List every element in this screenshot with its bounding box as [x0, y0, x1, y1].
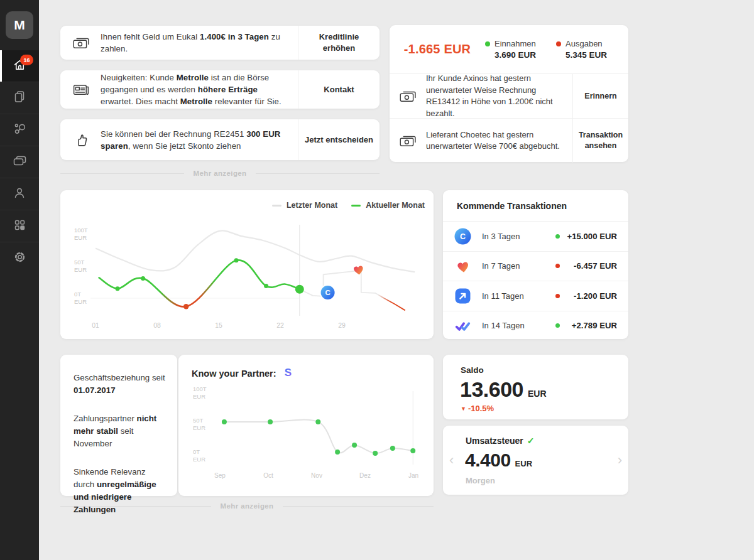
thumbs-up-icon — [72, 132, 90, 148]
newspaper-icon — [72, 83, 90, 96]
sidebar-item-settings[interactable] — [0, 242, 39, 274]
upcoming-value: +15.000 EUR — [566, 232, 617, 241]
svg-text:Sep: Sep — [214, 472, 226, 479]
decide-now-button[interactable]: Jetzt entscheiden — [298, 119, 380, 160]
cashflow-chart-card: C0108152229100TEUR50TEUR0TEUR Letzter Mo… — [60, 190, 434, 339]
chevron-right-icon[interactable]: › — [618, 453, 622, 467]
upcoming-value: -1.200 EUR — [566, 291, 617, 301]
svg-text:22: 22 — [276, 321, 284, 329]
sidebar-item-home[interactable]: 16 — [0, 50, 39, 82]
cashflow-chart: C0108152229100TEUR50TEUR0TEUR — [60, 190, 434, 339]
alert-text: Lieferant Choetec hat gestern unerwartet… — [426, 119, 572, 163]
svg-text:0T: 0T — [193, 448, 200, 455]
show-more-link[interactable]: Mehr anzeigen — [184, 170, 255, 177]
upcoming-when: In 3 Tagen — [482, 232, 520, 241]
partner-info-card: Geschäftsbeziehung seit 01.07.2017 Zahlu… — [60, 355, 177, 496]
alert-text: Ihr Kunde Axinos hat gestern unerwartete… — [426, 74, 572, 118]
svg-text:Nov: Nov — [311, 472, 322, 479]
vat-subtitle: Morgen — [466, 476, 495, 485]
svg-text:Jan: Jan — [408, 472, 418, 479]
income-stat: Einnahmen 3.690 EUR — [485, 39, 536, 60]
svg-text:08: 08 — [153, 321, 161, 329]
vat-value: 4.400EUR — [465, 450, 532, 471]
saldo-card: Saldo 13.600EUR ▼-10.5% — [443, 355, 628, 419]
notification-text: Ihnen fehlt Geld um Eukal 1.400€ in 3 Ta… — [101, 31, 290, 55]
svg-text:Oct: Oct — [263, 472, 273, 479]
check-icon: ✓ — [527, 436, 535, 446]
upcoming-row[interactable]: C In 3 Tagen +15.000 EUR — [443, 222, 628, 252]
svg-text:EUR: EUR — [74, 298, 87, 305]
upcoming-row[interactable]: In 7 Tagen -6.457 EUR — [443, 252, 628, 282]
notification-card: Neuigkeiten: Kunde Metrolle ist an die B… — [60, 70, 380, 109]
upcoming-row[interactable]: In 11 Tagen -1.200 EUR — [443, 281, 628, 311]
documents-icon — [13, 90, 26, 106]
sidebar-item-cards[interactable] — [0, 146, 39, 178]
saldo-change: ▼-10.5% — [461, 404, 494, 413]
down-triangle-icon: ▼ — [461, 406, 466, 412]
amount-dot-icon — [555, 264, 560, 268]
svg-text:100T: 100T — [193, 385, 207, 392]
month-summary: -1.665 EUR Einnahmen 3.690 EUR Ausgaben … — [390, 25, 628, 74]
upcoming-value: -6.457 EUR — [566, 261, 617, 271]
person-icon — [13, 186, 26, 202]
sidebar-nav: 16 — [0, 50, 39, 274]
check-app-icon — [454, 317, 471, 334]
net-balance: -1.665 EUR — [390, 42, 485, 57]
sidebar: M 16 — [0, 0, 39, 560]
banknote-icon — [72, 36, 90, 49]
sidebar-item-apps[interactable] — [0, 210, 39, 242]
partner-info-line: Zahlungspartner nicht mehr stabil seit N… — [74, 412, 166, 450]
notification-card: Sie können bei der Rechnung RE2451 300 E… — [60, 119, 380, 160]
expenses-label: Ausgaben — [566, 39, 603, 48]
app-logo[interactable]: M — [6, 11, 33, 39]
alert-row: Lieferant Choetec hat gestern unerwartet… — [390, 119, 628, 163]
remind-button[interactable]: Erinnern — [572, 74, 628, 118]
notification-text: Neuigkeiten: Kunde Metrolle ist an die B… — [101, 72, 290, 107]
banknote-icon — [390, 119, 426, 163]
green-line-icon — [351, 205, 361, 207]
svg-text:EUR: EUR — [193, 393, 205, 400]
show-more-divider-bottom: Mehr anzeigen — [60, 502, 434, 510]
view-transaction-button[interactable]: Transaktion ansehen — [572, 119, 628, 163]
heart-app-icon — [454, 257, 471, 274]
c-app-icon: C — [454, 228, 471, 245]
svg-text:C: C — [460, 232, 466, 241]
upcoming-when: In 14 Tagen — [482, 321, 525, 330]
chevron-left-icon[interactable]: ‹ — [449, 453, 454, 467]
connections-icon — [13, 122, 26, 138]
increase-credit-line-button[interactable]: Kreditlinie erhöhen — [298, 26, 380, 60]
svg-text:EUR: EUR — [193, 424, 205, 431]
grid-icon — [13, 218, 26, 234]
upcoming-transactions-card: Kommende Transaktionen C In 3 Tagen +15.… — [443, 190, 628, 339]
currency-label: EUR — [528, 389, 547, 399]
income-label: Einnahmen — [494, 39, 536, 48]
svg-text:29: 29 — [338, 321, 346, 329]
svg-text:EUR: EUR — [193, 456, 205, 463]
sidebar-item-connections[interactable] — [0, 114, 39, 146]
chart-legend: Letzter Monat Aktueller Monat — [272, 201, 425, 210]
svg-text:0T: 0T — [74, 291, 81, 298]
contact-button[interactable]: Kontakt — [298, 70, 380, 109]
svg-text:50T: 50T — [193, 417, 204, 424]
svg-text:15: 15 — [215, 321, 222, 329]
know-your-partner-card: SepOctNovDezJan100TEUR50TEUR0TEUR Know y… — [178, 355, 434, 496]
partner-info-line: Geschäftsbeziehung seit 01.07.2017 — [74, 372, 166, 397]
wallet-icon — [13, 154, 27, 170]
upcoming-when: In 11 Tagen — [482, 291, 524, 301]
sidebar-item-profile[interactable] — [0, 178, 39, 210]
legend-current-month: Aktueller Monat — [351, 201, 425, 210]
currency-label: EUR — [515, 459, 532, 468]
gear-icon — [13, 250, 27, 267]
notification-card: Ihnen fehlt Geld um Eukal 1.400€ in 3 Ta… — [60, 26, 380, 60]
svg-text:EUR: EUR — [74, 266, 87, 273]
alert-row: Ihr Kunde Axinos hat gestern unerwartete… — [390, 74, 628, 119]
amount-dot-icon — [555, 323, 560, 328]
dashboard: M 16 — [0, 0, 754, 560]
upcoming-row[interactable]: In 14 Tagen +2.789 EUR — [443, 311, 628, 341]
sidebar-item-documents[interactable] — [0, 82, 39, 114]
show-more-link[interactable]: Mehr anzeigen — [211, 502, 282, 510]
kyp-title: Know your Partner: — [192, 369, 276, 379]
svg-text:S: S — [284, 367, 291, 379]
amount-dot-icon — [555, 294, 560, 298]
arrow-app-icon — [454, 288, 471, 304]
